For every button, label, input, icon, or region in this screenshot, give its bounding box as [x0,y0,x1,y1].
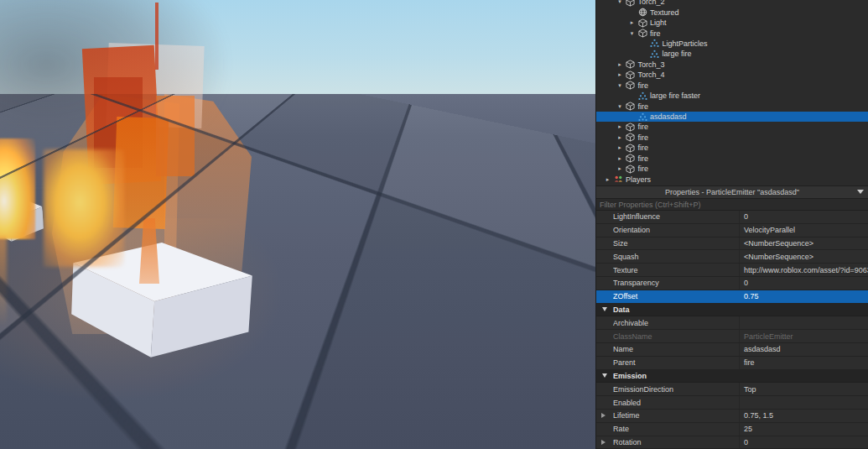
property-row-emissiondirection[interactable]: EmissionDirectionTop [596,383,868,396]
left-torch-flame [0,138,35,239]
section-label: Emission [613,372,647,380]
property-value[interactable]: Top [740,385,868,394]
part-icon [626,123,636,132]
tree-item-label: large fire faster [650,91,700,100]
property-name: Lifetime [613,410,740,422]
property-value[interactable]: asdasdasd [740,345,868,353]
property-value[interactable]: 0 [740,212,868,221]
tree-item-players[interactable]: ▸Players [596,174,868,184]
studio-right-panel: ▾Torch_2Textured▸Light▾fireLightParticle… [595,0,868,449]
collapsed-arrow-icon[interactable] [596,440,613,445]
property-value[interactable]: 25 [740,425,868,433]
expanded-arrow-icon[interactable]: ▾ [615,0,626,7]
textured-icon [637,8,647,17]
property-value[interactable]: <NumberSequence> [740,239,868,248]
tree-item-fire[interactable]: ▸fire [596,133,868,143]
property-row-lifetime[interactable]: Lifetime0.75, 1.5 [596,410,868,423]
property-row-parent[interactable]: Parentfire [596,357,868,370]
property-row-enabled[interactable]: Enabled [596,396,868,410]
expanded-arrow-icon[interactable]: ▾ [615,81,626,91]
collapsed-arrow-icon[interactable] [596,413,613,418]
tree-item-textured[interactable]: Textured [596,7,868,17]
property-row-name[interactable]: Nameasdasdasd [596,343,868,357]
collapsed-arrow-icon[interactable]: ▸ [615,143,626,153]
collapsed-arrow-icon[interactable]: ▸ [626,18,637,28]
section-label: Data [613,305,630,314]
tree-item-lightparticles[interactable]: LightParticles [596,39,868,49]
tree-item-fire[interactable]: ▾fire [596,101,868,111]
collapsed-arrow-icon[interactable]: ▸ [615,60,626,70]
tree-item-label: fire [638,144,649,152]
properties-filter-bar [596,198,868,211]
property-row-squash[interactable]: Squash<NumberSequence> [596,250,868,264]
property-value[interactable]: 0 [740,279,868,287]
property-row-lightinfluence[interactable]: LightInfluence0 [596,211,868,224]
tree-item-label: fire [638,102,649,111]
explorer-tree: ▾Torch_2Textured▸Light▾fireLightParticle… [596,0,868,185]
expanded-arrow-icon[interactable]: ▾ [626,29,637,39]
property-row-transparency[interactable]: Transparency0 [596,277,868,290]
property-row-rate[interactable]: Rate25 [596,423,868,436]
tree-item-torch-4[interactable]: ▸Torch_4 [596,70,868,80]
property-row-size[interactable]: Size<NumberSequence> [596,238,868,251]
particle-icon [650,50,660,59]
property-value[interactable]: ParticleEmitter [740,332,868,341]
properties-title: Properties - ParticleEmitter "asdasdasd" [665,188,799,196]
tree-item-label: fire [638,123,649,131]
collapsed-arrow-icon[interactable]: ▸ [615,154,626,164]
property-value[interactable]: 0 [740,438,868,446]
tree-item-label: Torch_2 [638,0,665,6]
tree-item-fire[interactable]: ▾fire [596,28,868,38]
tree-item-light[interactable]: ▸Light [596,18,868,28]
collapsed-arrow-icon[interactable]: ▸ [615,70,626,80]
tree-item-fire[interactable]: ▸fire [596,143,868,153]
particle-icon [650,39,660,48]
property-value[interactable]: fire [740,358,868,367]
property-row-rotation[interactable]: Rotation0 [596,436,868,449]
tree-item-large-fire[interactable]: large fire [596,49,868,59]
property-value[interactable]: VelocityParallel [740,226,868,234]
tree-item-torch-3[interactable]: ▸Torch_3 [596,60,868,70]
fire-particle-plane [156,96,195,176]
property-value[interactable]: <NumberSequence> [740,253,868,261]
property-row-archivable[interactable]: Archivable [596,316,868,330]
part-icon [626,0,636,7]
expanded-arrow-icon[interactable]: ▾ [615,102,626,112]
property-row-classname[interactable]: ClassNameParticleEmitter [596,330,868,343]
property-row-zoffset[interactable]: ZOffset0.75 [596,290,868,304]
property-value[interactable]: http://www.roblox.com/asset/?id=90638205 [740,266,868,274]
tree-item-fire[interactable]: ▾fire [596,81,868,91]
property-value[interactable]: 0.75 [740,292,868,300]
property-row-orientation[interactable]: OrientationVelocityParallel [596,224,868,238]
part-icon [626,60,636,69]
collapsed-arrow-icon[interactable]: ▸ [615,164,626,174]
collapsed-arrow-icon[interactable]: ▸ [602,175,613,185]
tree-item-label: large fire [663,50,692,58]
property-name: Archivable [613,316,740,329]
section-header-data[interactable]: Data [596,304,868,317]
tree-item-torch-2[interactable]: ▾Torch_2 [596,0,868,7]
chevron-down-icon[interactable] [857,190,864,194]
collapsed-arrow-icon[interactable]: ▸ [615,133,626,143]
part-icon [637,18,647,28]
tree-item-label: fire [638,81,649,90]
tree-item-fire[interactable]: ▸fire [596,122,868,132]
tree-item-large-fire-faster[interactable]: large fire faster [596,91,868,101]
expanded-arrow-icon[interactable] [602,373,607,378]
property-value[interactable]: 0.75, 1.5 [740,411,868,420]
property-row-texture[interactable]: Texturehttp://www.roblox.com/asset/?id=9… [596,264,868,277]
tree-item-asdasdasd[interactable]: asdasdasd [596,112,868,122]
particle-icon [637,91,647,101]
fire-particle-spike [155,3,159,70]
3d-viewport[interactable] [0,0,595,449]
collapsed-arrow-icon[interactable]: ▸ [615,122,626,132]
property-name: Transparency [613,277,740,290]
tree-item-label: Textured [650,8,679,17]
tree-item-fire[interactable]: ▸fire [596,154,868,164]
filter-properties-input[interactable] [596,199,868,210]
expanded-arrow-icon[interactable] [602,307,607,311]
tree-item-fire[interactable]: ▸fire [596,164,868,174]
part-icon [626,102,636,111]
part-icon [626,164,636,174]
section-header-emission[interactable]: Emission [596,370,868,384]
